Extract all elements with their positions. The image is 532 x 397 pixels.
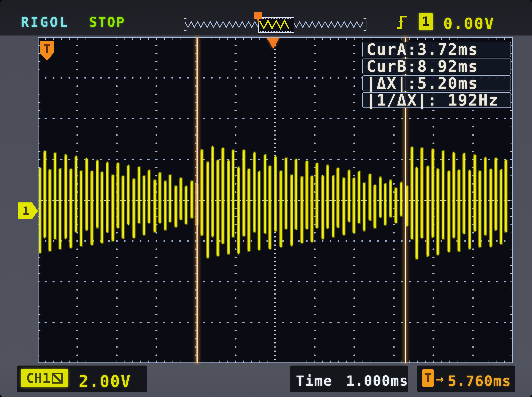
trigger-position-marker-icon [267,38,279,49]
channel1-ground-marker: 1 [18,202,38,219]
acquisition-status: STOP [89,14,125,30]
volts-per-div-readout: 2.00V [79,372,131,391]
trigger-delay-readout: 5.760ms [448,373,511,389]
trigger-source-badge: 1 [419,13,433,30]
horizontal-window-indicator [258,17,294,33]
channel1-badge: CH1 [21,369,68,387]
time-per-div-readout: 1.000ms [346,373,408,389]
time-label: Time [296,373,333,389]
oscilloscope-screen: RIGOL STOP 1 0.00V T 1 CurA:3.72ms CurB:… [0,0,532,397]
trigger-delay-badge: T [422,369,434,387]
brand-logo: RIGOL [21,14,69,30]
ac-coupling-icon [52,373,63,384]
inv-delta-x-readout: |1/ΔX|: 192Hz [363,92,511,108]
delay-arrow-icon: → [436,371,444,387]
delta-x-readout: |ΔX|:5.20ms [363,75,511,91]
window-waveform-icon [259,18,292,31]
cursor-a-readout: CurA:3.72ms [363,42,511,57]
cursor-a-line [196,38,198,363]
horizontal-position-bar [179,16,371,33]
trigger-level-readout: 0.00V [443,15,495,32]
cursor-b-readout: CurB:8.92ms [363,59,511,74]
window-dots-bottom [260,31,293,32]
channel1-badge-label: CH1 [26,370,50,386]
trigger-slope-icon [396,13,409,31]
